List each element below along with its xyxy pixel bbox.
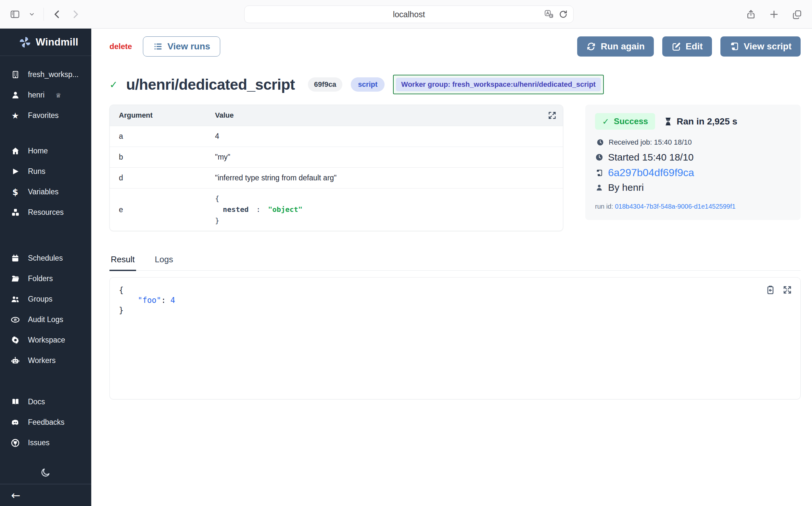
sidebar-item-variables[interactable]: $ Variables	[0, 182, 91, 202]
job-scroll-icon	[595, 169, 603, 177]
browser-sidebar-toggle-button[interactable]	[10, 9, 20, 19]
browser-share-button[interactable]	[746, 9, 756, 19]
browser-tabs-overview-button[interactable]	[792, 9, 802, 19]
crown-icon: ♕	[56, 92, 61, 99]
browser-new-tab-button[interactable]	[769, 9, 779, 19]
windmill-logo[interactable]: Windmill	[0, 28, 91, 56]
sidebar-item-runs[interactable]: Runs	[0, 161, 91, 182]
translate-icon[interactable]	[544, 9, 554, 19]
sidebar-item-schedules[interactable]: Schedules	[0, 248, 91, 268]
play-icon	[10, 167, 20, 175]
sidebar-item-user[interactable]: henri ♕	[0, 85, 91, 105]
received-job-label: Received job: 15:40 18/10	[609, 138, 692, 147]
sidebar-item-feedbacks[interactable]: Feedbacks	[0, 412, 91, 433]
expand-icon	[782, 285, 793, 295]
sidebar-panel-icon	[10, 9, 20, 19]
home-icon	[10, 147, 20, 155]
groups-label: Groups	[28, 295, 52, 304]
sidebar-item-groups[interactable]: Groups	[0, 289, 91, 309]
expand-result-button[interactable]	[782, 285, 793, 295]
workspace-settings-label: Workspace	[28, 336, 65, 344]
user-label: henri	[28, 91, 44, 99]
check-icon: ✓	[602, 117, 609, 126]
argument-object-value: { nested : "object" }	[215, 188, 563, 231]
run-id-label: run id:	[595, 203, 613, 210]
browser-sidebar-chevron-button[interactable]	[28, 11, 35, 17]
argument-value: "my"	[215, 153, 563, 162]
argument-name: b	[110, 153, 215, 162]
windmill-logo-icon	[19, 36, 31, 49]
calendar-icon	[10, 254, 20, 263]
started-label: Started 15:40 18/10	[608, 152, 694, 163]
windmill-logo-label: Windmill	[36, 36, 78, 48]
clock-icon	[596, 139, 604, 146]
argument-value: 4	[215, 132, 563, 141]
collapse-sidebar-arrow-icon[interactable]: ←	[11, 489, 20, 502]
value-column-header: Value	[215, 111, 563, 119]
sidebar-item-favorites[interactable]: ★ Favorites	[0, 105, 91, 126]
book-icon	[10, 398, 20, 406]
sidebar-item-home[interactable]: Home	[0, 141, 91, 161]
argument-column-header: Argument	[110, 111, 215, 119]
success-check-icon: ✓	[109, 79, 118, 90]
reload-icon[interactable]	[558, 9, 568, 19]
arguments-table: Argument Value a 4 b	[109, 105, 563, 231]
workers-label: Workers	[28, 356, 56, 365]
tab-logs[interactable]: Logs	[152, 254, 176, 270]
view-script-button[interactable]: View script	[720, 36, 801, 57]
page-toolbar: delete View runs	[109, 36, 801, 57]
clipboard-copy-icon	[765, 285, 776, 295]
discord-icon	[10, 418, 20, 427]
triggered-by-label: By henri	[608, 182, 644, 193]
sidebar-item-workspace[interactable]: fresh_worksp...	[0, 64, 91, 85]
chevron-down-icon	[28, 11, 35, 17]
chevron-left-icon	[52, 9, 62, 19]
robot-icon	[10, 356, 20, 365]
address-bar-url: localhost	[393, 10, 425, 19]
sidebar-item-audit-logs[interactable]: Audit Logs	[0, 309, 91, 330]
scroll-icon	[729, 41, 739, 51]
eye-icon	[10, 315, 20, 324]
run-again-button[interactable]: Run again	[577, 36, 653, 57]
star-icon: ★	[10, 111, 20, 120]
sidebar: Windmill fresh_worksp...	[0, 28, 91, 506]
address-bar[interactable]: localhost	[244, 6, 574, 23]
delete-button[interactable]: delete	[109, 42, 132, 51]
run-info-card: ✓ Success Ran	[585, 105, 801, 220]
sidebar-collapse-row: ←	[0, 484, 91, 506]
sidebar-item-workspace-settings[interactable]: Workspace	[0, 330, 91, 350]
refresh-icon	[586, 41, 596, 51]
audit-logs-label: Audit Logs	[28, 315, 63, 324]
json-string-value: "object"	[268, 205, 302, 214]
copy-result-button[interactable]	[765, 285, 776, 295]
json-number-value: 4	[171, 296, 175, 305]
job-id-link[interactable]: 6a297b04df69f9ca	[608, 167, 694, 179]
edit-button[interactable]: Edit	[662, 36, 712, 57]
cubes-icon	[10, 208, 20, 217]
sidebar-item-folders[interactable]: Folders	[0, 268, 91, 289]
favorites-label: Favorites	[28, 111, 59, 120]
dark-mode-toggle[interactable]	[40, 467, 51, 478]
sidebar-item-workers[interactable]: Workers	[0, 350, 91, 371]
view-script-label: View script	[744, 41, 792, 52]
sidebar-item-issues[interactable]: Issues	[0, 433, 91, 453]
variables-label: Variables	[28, 187, 59, 196]
tab-result[interactable]: Result	[109, 254, 136, 271]
chevron-right-icon	[71, 9, 80, 19]
browser-forward-button[interactable]	[71, 9, 80, 19]
page-title: u/henri/dedicated_script	[126, 76, 295, 93]
argument-name: e	[110, 205, 215, 214]
workspace-label: fresh_worksp...	[28, 70, 79, 79]
person-icon	[595, 183, 603, 192]
sidebar-item-resources[interactable]: Resources	[0, 202, 91, 223]
browser-back-button[interactable]	[52, 9, 62, 19]
expand-table-icon[interactable]	[547, 110, 557, 120]
resources-label: Resources	[28, 208, 64, 217]
sidebar-item-docs[interactable]: Docs	[0, 392, 91, 412]
run-id-link[interactable]: 018b4304-7b3f-548a-9006-d1e1452599f1	[615, 203, 735, 210]
gear-icon	[10, 336, 20, 344]
view-runs-button[interactable]: View runs	[143, 36, 220, 57]
status-badge: ✓ Success	[595, 113, 655, 130]
argument-name: a	[110, 132, 215, 141]
json-key: nested	[223, 205, 248, 214]
